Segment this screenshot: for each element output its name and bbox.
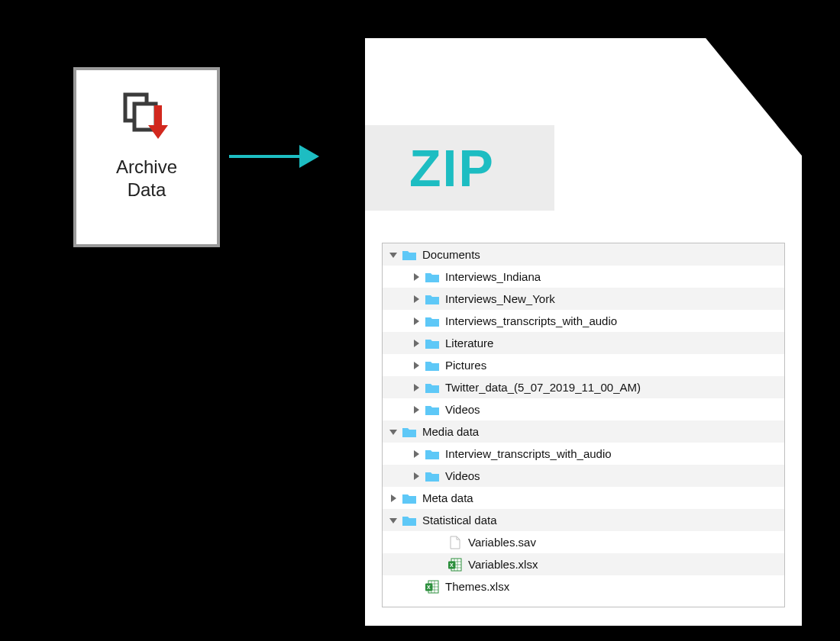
svg-rect-21 — [425, 407, 439, 415]
folder-icon — [402, 425, 416, 439]
tree-label: Videos — [445, 469, 480, 482]
folder-icon — [425, 292, 439, 306]
tree-label: Variables.xlsx — [468, 558, 538, 571]
tree-row-videos-media[interactable]: Videos — [383, 465, 784, 487]
disclosure-none-icon — [435, 538, 444, 547]
archive-data-label: Archive Data — [116, 156, 177, 201]
file-blank-icon — [448, 536, 462, 549]
svg-marker-26 — [414, 472, 419, 480]
svg-rect-31 — [402, 518, 416, 526]
disclosure-closed-icon[interactable] — [412, 272, 421, 282]
tree-label: Pictures — [445, 359, 486, 372]
disclosure-open-icon[interactable] — [389, 516, 398, 525]
tree-row-variables-sav[interactable]: Variables.sav — [383, 531, 784, 553]
svg-text:X: X — [450, 562, 454, 568]
folder-icon — [425, 447, 439, 461]
svg-rect-17 — [425, 363, 439, 371]
folder-icon — [402, 491, 416, 505]
tree-label: Variables.sav — [468, 536, 536, 549]
tree-row-literature[interactable]: Literature — [383, 332, 784, 354]
svg-marker-10 — [414, 295, 419, 303]
tree-row-meta-data[interactable]: Meta data — [383, 487, 784, 509]
svg-marker-20 — [414, 406, 419, 414]
archive-data-card[interactable]: Archive Data — [73, 67, 220, 247]
svg-marker-28 — [391, 494, 396, 502]
archive-data-label-line2: Data — [128, 179, 166, 200]
file-tree: Documents Interviews_Indiana Interviews_… — [383, 243, 784, 598]
disclosure-closed-icon[interactable] — [389, 494, 398, 503]
disclosure-none-icon — [412, 582, 421, 591]
file-xlsx-icon: X — [448, 558, 462, 572]
svg-rect-25 — [425, 452, 439, 459]
svg-marker-3 — [148, 125, 168, 139]
file-xlsx-icon: X — [425, 580, 439, 594]
tree-label: Interviews_New_York — [445, 292, 555, 305]
svg-marker-30 — [389, 518, 397, 523]
tree-label: Statistical data — [422, 514, 497, 527]
folder-icon — [425, 403, 439, 417]
tree-row-interviews-indiana[interactable]: Interviews_Indiana — [383, 266, 784, 288]
svg-marker-6 — [389, 253, 397, 258]
folder-icon — [402, 514, 416, 527]
tree-row-statistical-data[interactable]: Statistical data — [383, 509, 784, 531]
disclosure-closed-icon[interactable] — [412, 472, 421, 481]
disclosure-open-icon[interactable] — [389, 427, 398, 436]
tree-label: Twitter_data_(5_07_2019_11_00_AM) — [445, 381, 641, 394]
folder-icon — [402, 248, 416, 262]
disclosure-closed-icon[interactable] — [412, 449, 421, 459]
disclosure-closed-icon[interactable] — [412, 405, 421, 414]
tree-row-interview-transcripts[interactable]: Interview_transcripts_with_audio — [383, 443, 784, 465]
svg-rect-29 — [402, 496, 416, 504]
zip-page: ZIP Documents Interviews_Indiana Intervi… — [365, 38, 802, 626]
tree-row-media-data[interactable]: Media data — [383, 420, 784, 443]
arrow-right-icon — [229, 137, 319, 176]
tree-row-interviews-ny[interactable]: Interviews_New_York — [383, 288, 784, 310]
file-tree-panel: Documents Interviews_Indiana Interviews_… — [382, 243, 785, 607]
folder-icon — [425, 469, 439, 483]
tree-label: Interviews_Indiana — [445, 270, 541, 283]
zip-header-band: ZIP — [365, 125, 554, 211]
disclosure-closed-icon[interactable] — [412, 339, 421, 348]
tree-label: Interview_transcripts_with_audio — [445, 447, 612, 460]
disclosure-closed-icon[interactable] — [412, 295, 421, 304]
folder-icon — [425, 337, 439, 350]
tree-label: Documents — [422, 248, 480, 261]
archive-data-card-inner: Archive Data — [116, 79, 177, 201]
svg-marker-24 — [414, 450, 419, 458]
tree-row-variables-xlsx[interactable]: X Variables.xlsx — [383, 553, 784, 575]
disclosure-closed-icon[interactable] — [412, 361, 421, 370]
tree-row-videos-docs[interactable]: Videos — [383, 398, 784, 420]
folder-icon — [425, 359, 439, 372]
tree-label: Media data — [422, 425, 479, 438]
svg-marker-5 — [299, 145, 319, 168]
svg-rect-19 — [425, 385, 439, 393]
svg-rect-9 — [425, 275, 439, 282]
svg-marker-18 — [414, 384, 419, 391]
disclosure-closed-icon[interactable] — [412, 383, 421, 392]
tree-row-documents[interactable]: Documents — [383, 243, 784, 266]
tree-label: Interviews_transcripts_with_audio — [445, 314, 617, 327]
svg-rect-2 — [154, 105, 162, 125]
disclosure-none-icon — [435, 560, 444, 569]
svg-rect-13 — [425, 319, 439, 327]
svg-rect-27 — [425, 474, 439, 482]
tree-row-interviews-transcripts[interactable]: Interviews_transcripts_with_audio — [383, 310, 784, 332]
archive-data-label-line1: Archive — [116, 156, 177, 177]
svg-rect-11 — [425, 297, 439, 304]
disclosure-open-icon[interactable] — [389, 250, 398, 259]
tree-label: Literature — [445, 337, 493, 349]
tree-row-pictures[interactable]: Pictures — [383, 354, 784, 376]
tree-row-themes-xlsx[interactable]: X Themes.xlsx — [383, 575, 784, 598]
svg-rect-23 — [402, 430, 416, 437]
svg-marker-22 — [389, 430, 397, 435]
svg-rect-7 — [402, 253, 416, 260]
tree-row-twitter-data[interactable]: Twitter_data_(5_07_2019_11_00_AM) — [383, 376, 784, 398]
tree-label: Meta data — [422, 491, 473, 504]
folder-icon — [425, 381, 439, 395]
archive-down-icon — [119, 92, 174, 147]
svg-rect-15 — [425, 341, 439, 349]
disclosure-closed-icon[interactable] — [412, 317, 421, 326]
svg-text:X: X — [427, 585, 431, 590]
svg-marker-14 — [414, 340, 419, 347]
tree-label: Themes.xlsx — [445, 580, 509, 593]
